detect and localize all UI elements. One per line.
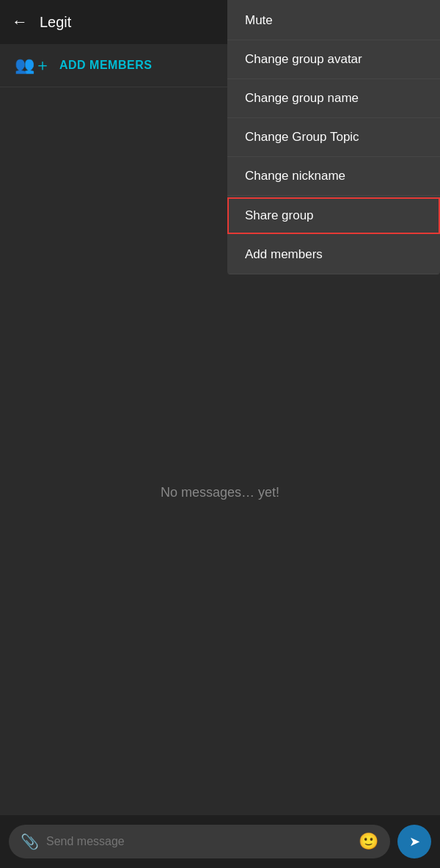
dropdown-item-change-avatar[interactable]: Change group avatar bbox=[227, 40, 440, 79]
dropdown-item-change-nickname[interactable]: Change nickname bbox=[227, 157, 440, 196]
message-input[interactable] bbox=[46, 835, 351, 848]
bottom-bar: 📎 🙂 ➤ bbox=[0, 815, 440, 868]
dropdown-item-share-group[interactable]: Share group bbox=[227, 197, 440, 234]
send-button[interactable]: ➤ bbox=[397, 825, 431, 858]
add-members-icon: 👥＋ bbox=[15, 54, 51, 76]
add-members-label: ADD MEMBERS bbox=[59, 59, 152, 72]
empty-message: No messages… yet! bbox=[161, 485, 279, 500]
dropdown-item-mute[interactable]: Mute bbox=[227, 0, 440, 40]
emoji-icon[interactable]: 🙂 bbox=[359, 832, 378, 851]
dropdown-menu: MuteChange group avatarChange group name… bbox=[227, 0, 440, 274]
dropdown-item-change-topic[interactable]: Change Group Topic bbox=[227, 118, 440, 157]
back-button[interactable]: ← bbox=[12, 12, 28, 32]
dropdown-item-add-members[interactable]: Add members bbox=[227, 236, 440, 274]
message-input-area[interactable]: 📎 🙂 bbox=[9, 825, 390, 858]
attach-icon[interactable]: 📎 bbox=[21, 833, 39, 850]
send-icon: ➤ bbox=[409, 834, 420, 850]
dropdown-item-change-name[interactable]: Change group name bbox=[227, 79, 440, 118]
